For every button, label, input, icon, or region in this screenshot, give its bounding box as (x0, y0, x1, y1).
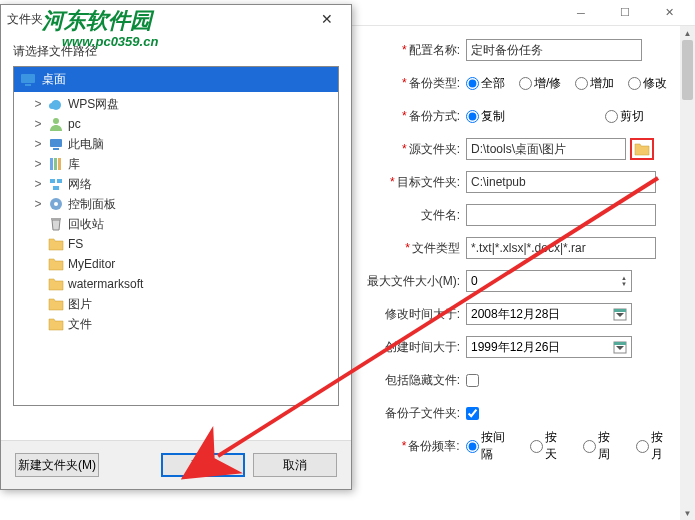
tree-item-label: watermarksoft (68, 277, 143, 291)
expand-icon[interactable]: > (32, 117, 44, 131)
include-hidden-checkbox[interactable] (466, 374, 481, 387)
tree-item[interactable]: 图片 (14, 294, 338, 314)
calendar-icon (613, 340, 627, 354)
svg-rect-15 (50, 179, 55, 183)
radio-cut[interactable]: 剪切 (605, 108, 644, 125)
calendar-icon (613, 307, 627, 321)
lib-icon (48, 156, 64, 172)
expand-icon[interactable]: > (32, 157, 44, 171)
svg-rect-4 (614, 342, 626, 345)
folder-icon (48, 316, 64, 332)
radio-add[interactable]: 增加 (575, 75, 614, 92)
tree-item[interactable]: >pc (14, 114, 338, 134)
tree-item[interactable]: FS (14, 234, 338, 254)
created-after-input[interactable]: 1999年12月26日 (466, 336, 632, 358)
tree-item[interactable]: MyEditor (14, 254, 338, 274)
svg-rect-13 (54, 158, 57, 170)
backup-type-label: *备份类型: (364, 75, 460, 92)
tree-item-label: pc (68, 117, 81, 131)
folder-icon (48, 256, 64, 272)
tree-item[interactable]: >库 (14, 154, 338, 174)
radio-all[interactable]: 全部 (466, 75, 505, 92)
new-folder-button[interactable]: 新建文件夹(M) (15, 453, 99, 477)
backup-method-label: *备份方式: (364, 108, 460, 125)
folder-browser-dialog: 文件夹 ✕ 请选择文件路径 桌面 >WPS网盘>pc>此电脑>库>网络>控制面板… (0, 4, 352, 490)
tree-item[interactable]: 文件 (14, 314, 338, 334)
backup-subfolders-label: 备份子文件夹: (364, 405, 460, 422)
tree-item-label: 网络 (68, 176, 92, 193)
expand-icon[interactable]: > (32, 97, 44, 111)
expand-icon[interactable]: > (32, 177, 44, 191)
close-button[interactable]: ✕ (647, 0, 691, 26)
radio-addmod[interactable]: 增/修 (519, 75, 561, 92)
user-icon (48, 116, 64, 132)
tree-item-label: WPS网盘 (68, 96, 119, 113)
trash-icon (48, 216, 64, 232)
tree-item[interactable]: >网络 (14, 174, 338, 194)
svg-rect-5 (21, 74, 35, 83)
svg-rect-14 (58, 158, 61, 170)
filename-input[interactable] (466, 204, 656, 226)
tree-item-label: 文件 (68, 316, 92, 333)
svg-point-8 (49, 103, 55, 109)
expand-icon[interactable]: > (32, 197, 44, 211)
ok-button[interactable]: 确定 (161, 453, 245, 477)
tree-item[interactable]: watermarksoft (14, 274, 338, 294)
target-folder-input[interactable] (466, 171, 656, 193)
browse-source-button[interactable] (630, 138, 654, 160)
maximize-button[interactable]: ☐ (603, 0, 647, 26)
svg-rect-20 (51, 218, 61, 220)
dialog-instruction: 请选择文件路径 (1, 33, 351, 66)
dialog-close-button[interactable]: ✕ (309, 7, 345, 31)
backup-freq-label: *备份频率: (364, 438, 460, 455)
dialog-button-bar: 新建文件夹(M) 确定 取消 (1, 440, 351, 489)
pc-icon (48, 136, 64, 152)
tree-root-desktop[interactable]: 桌面 (14, 67, 338, 92)
include-hidden-label: 包括隐藏文件: (364, 372, 460, 389)
tree-item-label: 回收站 (68, 216, 104, 233)
tree-item[interactable]: >此电脑 (14, 134, 338, 154)
tree-item-label: 控制面板 (68, 196, 116, 213)
filename-label: 文件名: (364, 207, 460, 224)
svg-rect-17 (53, 186, 59, 190)
config-form: *配置名称: *备份类型: 全部 增/修 增加 修改 *备份方式: 复制 剪切 … (360, 30, 695, 520)
svg-point-19 (54, 202, 58, 206)
radio-interval[interactable]: 按间隔 (466, 429, 517, 463)
svg-rect-12 (50, 158, 53, 170)
maxsize-input[interactable]: 0 ▲▼ (466, 270, 632, 292)
radio-mod[interactable]: 修改 (628, 75, 667, 92)
svg-point-9 (53, 118, 59, 124)
backup-freq-group: 按间隔 按天 按周 按月 (466, 429, 685, 463)
modified-after-input[interactable]: 2008年12月28日 (466, 303, 632, 325)
cloud-icon (48, 96, 64, 112)
folder-icon (48, 276, 64, 292)
tree-item[interactable]: >WPS网盘 (14, 94, 338, 114)
tree-item[interactable]: 回收站 (14, 214, 338, 234)
folder-icon (634, 142, 650, 156)
radio-week[interactable]: 按周 (583, 429, 622, 463)
source-folder-input[interactable] (466, 138, 626, 160)
backup-subfolders-checkbox[interactable] (466, 407, 481, 420)
svg-rect-10 (50, 139, 62, 147)
expand-icon[interactable]: > (32, 137, 44, 151)
cancel-button[interactable]: 取消 (253, 453, 337, 477)
config-name-input[interactable] (466, 39, 642, 61)
tree-item[interactable]: >控制面板 (14, 194, 338, 214)
svg-rect-6 (25, 84, 31, 86)
maxsize-label: 最大文件大小(M): (364, 273, 460, 290)
ctrl-icon (48, 196, 64, 212)
folder-icon (48, 296, 64, 312)
svg-rect-11 (53, 148, 59, 150)
tree-item-label: 此电脑 (68, 136, 104, 153)
radio-day[interactable]: 按天 (530, 429, 569, 463)
tree-item-label: MyEditor (68, 257, 115, 271)
tree-item-label: 库 (68, 156, 80, 173)
watermark-text: 河东软件园 (42, 6, 152, 36)
folder-tree[interactable]: 桌面 >WPS网盘>pc>此电脑>库>网络>控制面板回收站FSMyEditorw… (13, 66, 339, 406)
net-icon (48, 176, 64, 192)
filetype-input[interactable] (466, 237, 656, 259)
radio-copy[interactable]: 复制 (466, 108, 505, 125)
minimize-button[interactable]: ─ (559, 0, 603, 26)
created-after-label: 创建时间大于: (364, 339, 460, 356)
radio-month[interactable]: 按月 (636, 429, 675, 463)
